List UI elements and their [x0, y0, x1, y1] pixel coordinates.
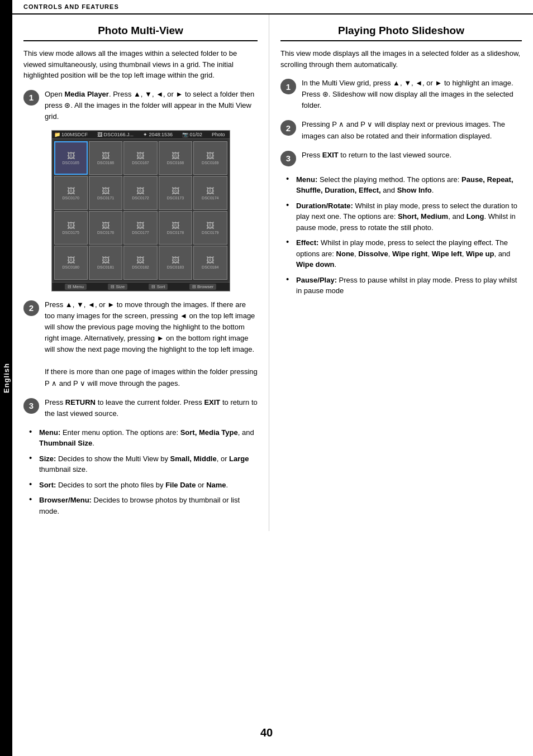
thumb-label: DSC0173 [167, 196, 184, 200]
footer-browser: ⊟ Browser [189, 284, 217, 290]
thumb-icon: 🖼 [102, 221, 110, 230]
bullet-sort-text: Sort: Decides to sort the photo files by… [39, 480, 228, 491]
thumb-icon: 🖼 [206, 186, 214, 195]
grid-cell: 🖼DSC0182 [123, 246, 157, 279]
grid-cell: 🖼DSC0178 [159, 211, 192, 245]
thumb-icon: 🖼 [206, 221, 214, 230]
thumb-label: DSC0172 [132, 196, 149, 200]
thumb-label: DSC0178 [167, 231, 184, 235]
right-bullet-dot-2: • [286, 200, 294, 233]
bullet-dot-4: • [29, 494, 37, 516]
grid-cell: 🖼DSC0167 [123, 141, 157, 175]
step-2: 2 Press ▲, ▼, ◄, or ► to move through th… [23, 299, 258, 389]
right-bullet-dot-3: • [286, 237, 294, 270]
grid-cell: 🖼DSC0169 [193, 141, 227, 175]
right-bullet-effect-text: Effect: Whilst in play mode, press to se… [296, 237, 522, 270]
grid-cell: 🖼DSC0176 [89, 211, 122, 245]
grid-cell: 🖼DSC0180 [54, 246, 88, 279]
thumb-icon: 🖼 [67, 186, 75, 195]
step-3-text: Press RETURN to leave the current folder… [45, 397, 258, 419]
thumb-icon: 🖼 [172, 186, 179, 195]
thumb-label: DSC0170 [63, 196, 79, 200]
right-step-2-number: 2 [280, 120, 296, 136]
screenshot-file: 🖼 DSC0166.J... [97, 132, 134, 137]
bullet-browser: • Browser/Menu: Decides to browse photos… [23, 495, 258, 516]
thumb-label: DSC0177 [132, 231, 149, 235]
page-number: 40 [0, 721, 533, 750]
step-2-text: Press ▲, ▼, ◄, or ► to move through the … [45, 299, 258, 389]
thumb-label: DSC0182 [132, 265, 149, 269]
bullet-size: • Size: Decides to show the Multi View b… [23, 453, 258, 475]
right-bullet-dot-4: • [286, 274, 294, 296]
thumb-icon: 🖼 [172, 221, 179, 230]
left-section-title: Photo Multi-View [23, 25, 258, 41]
grid-cell: 🖼DSC0173 [159, 176, 192, 209]
thumb-label: DSC0174 [202, 196, 218, 200]
grid-cell: 🖼DSC0168 [159, 141, 192, 175]
thumb-icon: 🖼 [102, 151, 110, 160]
thumb-label: DSC0175 [63, 231, 79, 235]
grid-cell: 🖼DSC0170 [54, 176, 88, 209]
right-column: Playing Photo Slideshow This view mode d… [269, 15, 533, 531]
bullet-dot-2: • [29, 453, 37, 475]
bullet-menu: • Menu: Enter menu option. The options a… [23, 427, 258, 449]
thumb-icon: 🖼 [206, 151, 214, 160]
grid-cell: 🖼DSC0172 [123, 176, 157, 209]
thumb-label: DSC0183 [167, 265, 184, 269]
right-step-3: 3 Press EXIT to return to the last viewe… [280, 150, 522, 166]
grid-cell: 🖼DSC0183 [159, 246, 192, 279]
right-bullet-effect: • Effect: Whilst in play mode, press to … [280, 237, 522, 270]
bullet-menu-text: Menu: Enter menu option. The options are… [39, 427, 258, 449]
thumb-icon: 🖼 [172, 151, 179, 160]
bullet-browser-text: Browser/Menu: Decides to browse photos b… [39, 495, 258, 516]
screenshot-grid: 🖼DSC0165🖼DSC0166🖼DSC0167🖼DSC0168🖼DSC0169… [52, 139, 230, 282]
right-bullet-duration-text: Duration/Rotate: Whilst in play mode, pr… [296, 200, 522, 233]
thumb-icon: 🖼 [102, 256, 110, 265]
step-3: 3 Press RETURN to leave the current fold… [23, 397, 258, 419]
thumb-icon: 🖼 [102, 186, 110, 195]
right-bullet-menu: • Menu: Select the playing method. The o… [280, 174, 522, 196]
right-bullet-dot-1: • [286, 174, 294, 196]
screenshot-folder: 📁 100MSDCF [54, 132, 88, 137]
thumb-label: DSC0176 [97, 231, 114, 235]
step-1-number: 1 [23, 90, 39, 106]
thumb-icon: 🖼 [67, 256, 75, 265]
thumb-label: DSC0171 [97, 196, 114, 200]
grid-cell: 🖼DSC0175 [54, 211, 88, 245]
side-tab-label: English [2, 363, 11, 393]
thumb-icon: 🖼 [136, 151, 144, 160]
right-bullet-duration: • Duration/Rotate: Whilst in play mode, … [280, 200, 522, 233]
thumb-label: DSC0166 [97, 161, 114, 165]
footer-sort: ⊟ Sort [149, 284, 168, 290]
thumb-label: DSC0181 [97, 265, 114, 269]
right-step-1-number: 1 [280, 79, 296, 94]
right-section-title: Playing Photo Slideshow [280, 25, 522, 41]
thumb-icon: 🖼 [136, 256, 144, 265]
bullet-sort: • Sort: Decides to sort the photo files … [23, 480, 258, 491]
screenshot-count: 📷 01/02 [182, 132, 202, 137]
screenshot-size: ✦ 2048:1536 [143, 132, 173, 137]
screenshot-footer: ⊟ Menu ⊟ Size ⊟ Sort ⊟ Browser [52, 282, 230, 291]
bullet-size-text: Size: Decides to show the Multi View by … [39, 453, 258, 475]
thumb-label: DSC0179 [202, 231, 218, 235]
step-3-number: 3 [23, 398, 39, 414]
right-section-intro: This view mode displays all the images i… [280, 48, 522, 70]
right-step-3-number: 3 [280, 151, 296, 166]
grid-cell: 🖼DSC0174 [193, 176, 227, 209]
right-step-1: 1 In the Multi View grid, press ▲, ▼, ◄,… [280, 78, 522, 111]
header-title: CONTROLS AND FEATURES [23, 3, 119, 10]
grid-cell: 🖼DSC0171 [89, 176, 122, 209]
bullet-dot-1: • [29, 427, 37, 449]
footer-menu: ⊟ Menu [65, 284, 87, 290]
thumb-label: DSC0165 [63, 161, 79, 165]
thumb-label: DSC0180 [63, 265, 79, 269]
step-1-text: Open Media Player. Press ▲, ▼, ◄, or ► t… [45, 89, 258, 122]
grid-cell: 🖼DSC0165 [54, 141, 88, 175]
right-bullet-menu-text: Menu: Select the playing method. The opt… [296, 174, 522, 196]
grid-cell: 🖼DSC0184 [193, 246, 227, 279]
right-step-2-text: Pressing P ∧ and P ∨ will display next o… [302, 119, 522, 141]
step-2-number: 2 [23, 300, 39, 316]
right-step-1-text: In the Multi View grid, press ▲, ▼, ◄, o… [302, 78, 522, 111]
grid-cell: 🖼DSC0166 [89, 141, 122, 175]
thumb-icon: 🖼 [172, 256, 179, 265]
